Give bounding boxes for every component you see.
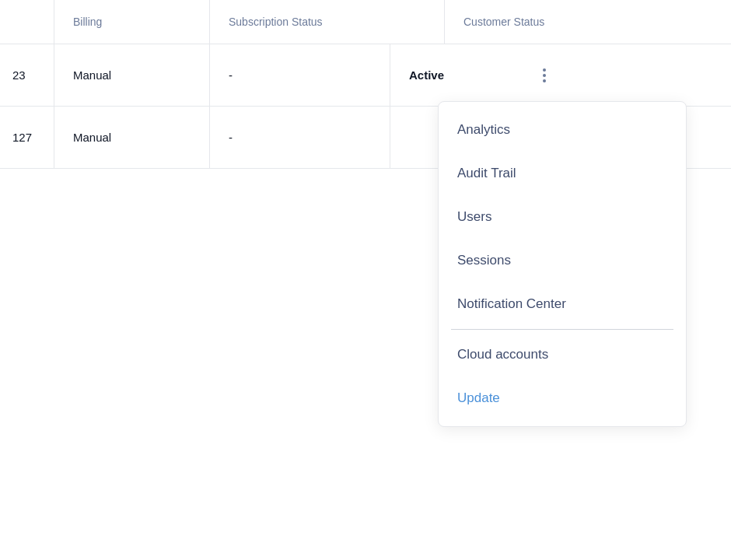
th-subscription-status: Subscription Status bbox=[210, 0, 445, 44]
menu-item-cloud-accounts[interactable]: Cloud accounts bbox=[439, 333, 686, 376]
table-container: Billing Subscription Status Customer Sta… bbox=[0, 0, 731, 560]
th-empty bbox=[0, 0, 54, 44]
th-customer-status: Customer Status bbox=[445, 0, 625, 44]
menu-item-notification-center[interactable]: Notification Center bbox=[439, 282, 686, 326]
customer-status-active: Active bbox=[409, 68, 444, 82]
row-id-1: 23 bbox=[0, 44, 54, 106]
menu-item-update[interactable]: Update bbox=[439, 376, 686, 420]
row-billing-1: Manual bbox=[54, 44, 210, 106]
menu-item-users[interactable]: Users bbox=[439, 195, 686, 239]
table-row: 23 Manual - Active bbox=[0, 44, 731, 107]
menu-divider bbox=[451, 329, 673, 330]
menu-item-audit-trail[interactable]: Audit Trail bbox=[439, 152, 686, 195]
menu-item-sessions[interactable]: Sessions bbox=[439, 239, 686, 282]
row-billing-2: Manual bbox=[54, 107, 210, 168]
more-options-button[interactable] bbox=[537, 62, 552, 89]
row-id-2: 127 bbox=[0, 107, 54, 168]
menu-item-analytics[interactable]: Analytics bbox=[439, 108, 686, 152]
row-subscription-2: - bbox=[210, 107, 390, 168]
three-dots-icon bbox=[543, 68, 546, 82]
row-subscription-1: - bbox=[210, 44, 390, 106]
table-header: Billing Subscription Status Customer Sta… bbox=[0, 0, 731, 44]
th-billing: Billing bbox=[54, 0, 210, 44]
row-customer-1: Active bbox=[390, 44, 571, 106]
context-menu: Analytics Audit Trail Users Sessions Not… bbox=[438, 101, 687, 427]
